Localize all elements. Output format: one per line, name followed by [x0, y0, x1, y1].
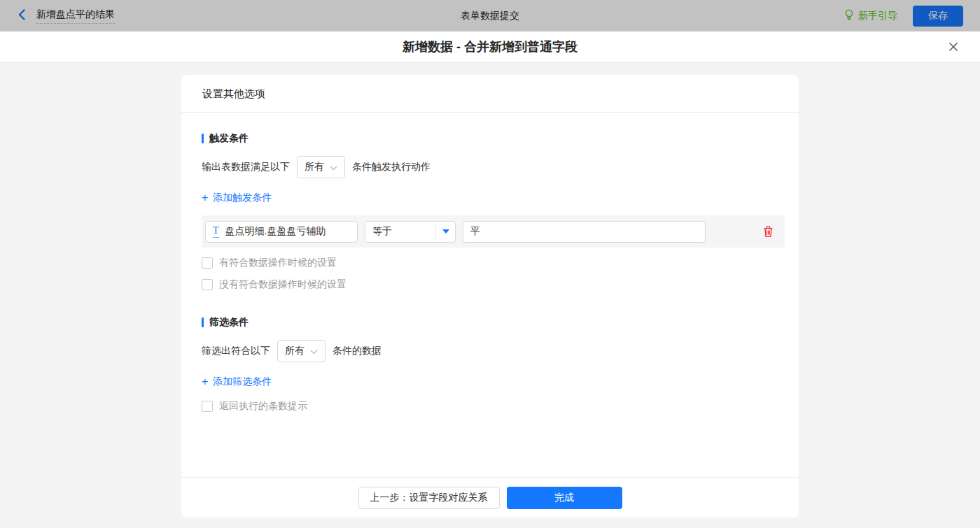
checkbox-unchecked[interactable] [202, 401, 213, 412]
condition-field-select[interactable]: T 盘点明细.盘盈盘亏辅助 [205, 221, 358, 243]
section-accent-bar [202, 134, 204, 143]
trash-icon [763, 229, 774, 240]
done-button[interactable]: 完成 [507, 487, 622, 509]
option-no-matching-data-label: 没有符合数据操作时候的设置 [219, 278, 346, 291]
filter-condition-sentence: 筛选出符合以下 所有 条件的数据 [202, 340, 785, 362]
condition-field-value: 盘点明细.盘盈盘亏辅助 [225, 225, 326, 238]
checkbox-unchecked[interactable] [202, 257, 213, 269]
filter-section-label: 筛选条件 [209, 316, 248, 329]
node-title: 表单数据提交 [0, 10, 980, 22]
option-has-matching-data-label: 有符合数据操作时候的设置 [219, 257, 337, 269]
trigger-match-mode-value: 所有 [304, 161, 324, 173]
card-header-title: 设置其他选项 [181, 75, 799, 113]
filter-match-mode-select[interactable]: 所有 [277, 340, 326, 362]
card-content: 触发条件 输出表数据满足以下 所有 条件触发执行动作 + 添加触发条件 [181, 113, 799, 477]
add-trigger-condition-label: 添加触发条件 [213, 192, 272, 204]
modal-body: 设置其他选项 触发条件 输出表数据满足以下 所有 条件触发执行动作 [0, 63, 980, 528]
option-return-count-tip-label: 返回执行的条数提示 [219, 400, 307, 413]
filter-sentence-suffix: 条件的数据 [332, 345, 382, 357]
add-trigger-condition-link[interactable]: + 添加触发条件 [202, 192, 272, 204]
chevron-down-icon [310, 345, 318, 357]
trigger-section-title: 触发条件 [202, 132, 785, 145]
option-return-count-tip[interactable]: 返回执行的条数提示 [202, 400, 785, 413]
condition-operator-value: 等于 [365, 225, 435, 238]
trigger-sentence-prefix: 输出表数据满足以下 [202, 161, 290, 173]
filter-match-mode-value: 所有 [285, 345, 304, 357]
option-has-matching-data[interactable]: 有符合数据操作时候的设置 [202, 257, 785, 269]
text-type-icon: T [213, 226, 219, 238]
triangle-down-icon [442, 229, 449, 234]
modal-title: 新增数据 - 合并新增到普通字段 [402, 38, 578, 55]
lightbulb-icon [844, 9, 854, 23]
trigger-condition-row: T 盘点明细.盘盈盘亏辅助 等于 [202, 215, 785, 248]
beginner-guide-label: 新手引导 [858, 10, 897, 22]
close-icon [948, 44, 959, 55]
section-accent-bar [202, 317, 204, 327]
trigger-match-mode-select[interactable]: 所有 [297, 156, 345, 178]
trigger-section-label: 触发条件 [209, 132, 248, 145]
previous-step-button[interactable]: 上一步：设置字段对应关系 [358, 487, 500, 509]
save-button[interactable]: 保存 [913, 6, 963, 27]
card-footer: 上一步：设置字段对应关系 完成 [181, 477, 799, 518]
plus-icon: + [202, 192, 208, 204]
modal-header: 新增数据 - 合并新增到普通字段 [0, 31, 980, 63]
option-no-matching-data[interactable]: 没有符合数据操作时候的设置 [202, 278, 785, 291]
trigger-sentence-suffix: 条件触发执行动作 [352, 161, 430, 173]
beginner-guide-link[interactable]: 新手引导 [844, 9, 897, 23]
add-filter-condition-link[interactable]: + 添加筛选条件 [202, 376, 272, 388]
add-filter-condition-label: 添加筛选条件 [213, 376, 272, 388]
condition-value-input[interactable] [463, 221, 706, 243]
condition-operator-select[interactable]: 等于 [365, 221, 456, 243]
delete-condition-button[interactable] [762, 224, 775, 239]
close-button[interactable] [945, 38, 962, 55]
chevron-down-icon [330, 162, 337, 173]
topbar: 新增盘点平的结果 表单数据提交 新手引导 保存 [0, 0, 980, 31]
filter-section-title: 筛选条件 [202, 316, 785, 329]
options-card: 设置其他选项 触发条件 输出表数据满足以下 所有 条件触发执行动作 [181, 75, 799, 518]
plus-icon: + [202, 376, 208, 387]
checkbox-unchecked[interactable] [202, 279, 213, 290]
trigger-condition-sentence: 输出表数据满足以下 所有 条件触发执行动作 [202, 156, 785, 178]
filter-sentence-prefix: 筛选出符合以下 [202, 345, 270, 357]
operator-dropdown-zone[interactable] [435, 222, 455, 242]
